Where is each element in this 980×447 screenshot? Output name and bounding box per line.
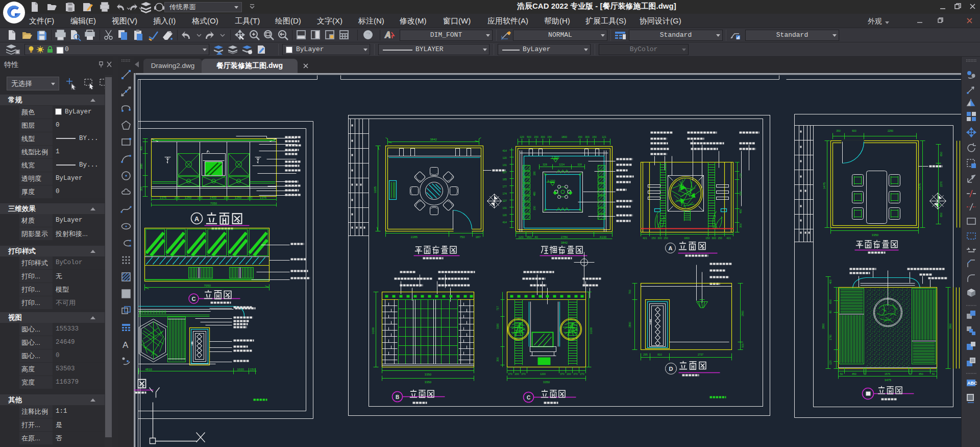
svg-text:100: 100 — [197, 196, 203, 199]
svg-text:500: 500 — [527, 135, 531, 138]
svg-text:2.800: 2.800 — [552, 156, 560, 159]
svg-text:A: A — [194, 215, 200, 223]
svg-text:328: 328 — [577, 163, 582, 166]
svg-text:1400: 1400 — [210, 196, 217, 199]
svg-text:200: 200 — [567, 372, 571, 375]
svg-text:150: 150 — [664, 237, 668, 240]
svg-text:300: 300 — [140, 186, 143, 191]
svg-text:1020: 1020 — [237, 368, 244, 371]
svg-text:?: ? — [366, 31, 371, 39]
svg-text:4130: 4130 — [600, 236, 607, 239]
svg-text:131: 131 — [503, 163, 507, 167]
svg-text:3842: 3842 — [430, 138, 437, 141]
svg-text:3475: 3475 — [823, 182, 826, 189]
svg-text:3150: 3150 — [496, 323, 499, 329]
svg-text:165: 165 — [503, 178, 507, 181]
svg-text:150: 150 — [592, 135, 597, 138]
svg-text:370: 370 — [560, 372, 565, 375]
svg-text:D: D — [669, 366, 673, 372]
svg-text:650: 650 — [829, 299, 832, 304]
svg-text:300: 300 — [739, 223, 742, 228]
svg-text:187: 187 — [475, 236, 481, 239]
svg-text:2784: 2784 — [561, 236, 568, 239]
svg-text:50: 50 — [864, 372, 867, 375]
svg-text:120: 120 — [829, 360, 832, 365]
svg-text:120: 120 — [520, 135, 524, 138]
svg-text:300: 300 — [585, 135, 590, 138]
svg-text:2800: 2800 — [822, 323, 825, 329]
svg-text:2737: 2737 — [698, 353, 703, 356]
svg-text:150: 150 — [718, 237, 722, 240]
svg-text:414: 414 — [503, 149, 507, 152]
svg-text:1575: 1575 — [885, 372, 890, 375]
svg-text:174: 174 — [503, 192, 507, 195]
svg-text:300: 300 — [657, 237, 662, 240]
svg-text:850: 850 — [919, 372, 923, 375]
svg-text:480: 480 — [533, 192, 536, 196]
svg-text:4810: 4810 — [145, 368, 153, 371]
svg-text:3350: 3350 — [543, 381, 550, 384]
svg-text:7050: 7050 — [210, 202, 217, 205]
svg-text:3100: 3100 — [372, 327, 375, 334]
svg-text:1660: 1660 — [140, 163, 143, 169]
svg-text:600: 600 — [852, 129, 856, 132]
svg-text:170: 170 — [739, 173, 742, 178]
svg-text:150: 150 — [578, 135, 582, 138]
svg-text:1800: 1800 — [561, 135, 567, 138]
svg-text:295: 295 — [643, 353, 648, 356]
svg-text:400: 400 — [140, 146, 143, 151]
svg-text:2800: 2800 — [628, 322, 631, 327]
svg-text:370: 370 — [508, 372, 512, 375]
svg-text:2800: 2800 — [949, 323, 952, 329]
svg-text:500: 500 — [741, 343, 744, 348]
svg-text:2900: 2900 — [741, 311, 744, 316]
svg-text:121: 121 — [602, 135, 606, 138]
svg-text:50: 50 — [840, 372, 843, 375]
svg-text:3350: 3350 — [425, 381, 432, 384]
svg-text:750: 750 — [459, 236, 465, 239]
svg-text:127: 127 — [503, 199, 507, 202]
svg-text:127: 127 — [503, 171, 507, 174]
svg-text:1800: 1800 — [684, 237, 690, 240]
svg-text:100: 100 — [247, 196, 253, 199]
svg-text:3350: 3350 — [425, 373, 432, 376]
svg-text:3.200: 3.200 — [548, 179, 556, 182]
svg-text:A: A — [384, 31, 391, 39]
svg-text:650: 650 — [940, 152, 943, 156]
svg-text:180: 180 — [533, 171, 536, 176]
svg-text:120: 120 — [503, 156, 507, 159]
svg-text:60: 60 — [829, 311, 832, 314]
svg-text:100: 100 — [174, 196, 180, 199]
svg-text:150: 150 — [705, 237, 710, 240]
svg-text:1200: 1200 — [540, 372, 546, 375]
svg-text:A: A — [122, 340, 129, 350]
svg-text:3205: 3205 — [374, 186, 377, 193]
svg-text:C: C — [527, 395, 530, 401]
svg-text:810: 810 — [657, 353, 662, 356]
svg-text:1250: 1250 — [185, 196, 192, 199]
svg-text:550: 550 — [739, 191, 742, 196]
svg-text:150: 150 — [534, 135, 538, 138]
svg-text:360: 360 — [526, 236, 532, 239]
svg-text:40: 40 — [534, 236, 538, 239]
svg-text:650: 650 — [940, 213, 943, 217]
svg-text:350: 350 — [836, 129, 841, 132]
svg-text:150: 150 — [533, 206, 536, 210]
svg-text:2250: 2250 — [888, 129, 893, 132]
svg-text:200: 200 — [514, 372, 519, 375]
svg-text:120: 120 — [503, 214, 507, 217]
svg-text:100: 100 — [224, 196, 229, 199]
svg-text:300: 300 — [496, 357, 499, 362]
svg-text:300: 300 — [712, 237, 716, 240]
svg-text:414: 414 — [503, 221, 507, 224]
svg-text:A: A — [669, 245, 673, 251]
svg-text:150: 150 — [651, 237, 656, 240]
svg-text:717: 717 — [496, 306, 499, 311]
svg-text:2285: 2285 — [411, 236, 418, 239]
svg-text:850: 850 — [852, 372, 856, 375]
svg-text:50: 50 — [932, 372, 935, 375]
svg-text:120: 120 — [518, 236, 524, 239]
svg-text:421: 421 — [643, 237, 647, 240]
svg-text:328: 328 — [543, 163, 547, 166]
svg-text:1375: 1375 — [260, 196, 267, 199]
